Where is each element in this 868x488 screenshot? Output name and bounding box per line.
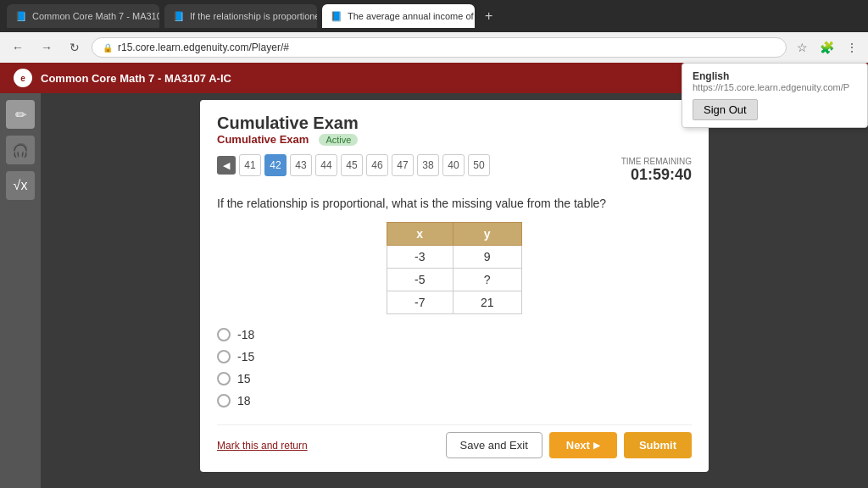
forward-button[interactable]: → <box>36 37 58 58</box>
formula-tool-button[interactable]: √x <box>6 171 35 200</box>
back-button[interactable]: ← <box>7 37 29 58</box>
left-toolbar: ✏ 🎧 √x <box>0 93 41 488</box>
table-header-x: x <box>387 223 453 246</box>
app-header: e Common Core Math 7 - MA3107 A-IC Engli… <box>0 63 868 93</box>
main-content: ✏ 🎧 √x Cumulative Exam Cumulative Exam A… <box>0 93 868 488</box>
language-dropdown: English https://r15.core.learn.edgenuity… <box>682 63 868 128</box>
radio-3[interactable] <box>217 372 231 385</box>
table-row-3: -7 21 <box>387 291 522 314</box>
q-num-44[interactable]: 44 <box>315 154 337 176</box>
answer-choices: -18 -15 15 18 <box>217 328 692 408</box>
tab3-favicon: 📘 <box>331 11 342 22</box>
submit-button[interactable]: Submit <box>624 432 692 458</box>
browser-icons: ☆ 🧩 ⋮ <box>793 39 861 56</box>
sign-out-button[interactable]: Sign Out <box>693 99 758 120</box>
headphone-tool-button[interactable]: 🎧 <box>6 136 35 164</box>
content-panel: Cumulative Exam Cumulative Exam Active ◀… <box>41 93 868 488</box>
app-header-right: English English https://r15.core.learn.e… <box>821 72 854 84</box>
cell-x2: -5 <box>387 269 453 291</box>
star-icon[interactable]: ☆ <box>793 39 811 56</box>
q-num-41[interactable]: 41 <box>239 154 261 176</box>
tab3-label: The average annual income of a <box>348 11 475 21</box>
cell-x1: -3 <box>387 246 453 269</box>
cell-y1: 9 <box>453 246 521 269</box>
save-exit-button[interactable]: Save and Exit <box>446 432 542 458</box>
exam-status-badge: Active <box>319 134 358 146</box>
q-num-46[interactable]: 46 <box>366 154 388 176</box>
time-remaining: TIME REMAINING 01:59:40 <box>621 157 692 184</box>
exam-title: Cumulative Exam <box>217 114 692 133</box>
radio-4[interactable] <box>217 394 231 408</box>
lang-dropdown-url: https://r15.core.learn.edgenuity.com/P <box>693 82 857 92</box>
cell-y3: 21 <box>453 291 521 314</box>
proportion-table: x y -3 9 -5 ? -7 <box>387 222 522 314</box>
choice-1-label: -18 <box>237 328 254 341</box>
table-header-y: y <box>453 223 521 246</box>
reload-button[interactable]: ↻ <box>64 37 85 58</box>
extension-icon[interactable]: 🧩 <box>816 39 837 56</box>
pencil-tool-button[interactable]: ✏ <box>6 100 35 129</box>
question-text: If the relationship is proportional, wha… <box>217 197 692 210</box>
q-num-42[interactable]: 42 <box>264 154 287 176</box>
bottom-buttons: Save and Exit Next Submit <box>446 432 692 458</box>
q-num-50[interactable]: 50 <box>468 154 490 176</box>
lang-dropdown-text: English <box>693 70 857 82</box>
tab-2[interactable]: 📘 If the relationship is proportione ✕ <box>164 4 317 28</box>
address-text: r15.core.learn.edgenuity.com/Player/# <box>118 42 289 53</box>
browser-address-bar: ← → ↻ 🔒 r15.core.learn.edgenuity.com/Pla… <box>0 32 868 63</box>
bottom-bar: Mark this and return Save and Exit Next … <box>217 424 692 458</box>
question-nav: ◀ 41 42 43 44 45 46 47 38 40 50 <box>217 154 490 176</box>
choice-1[interactable]: -18 <box>217 328 692 341</box>
tab-3[interactable]: 📘 The average annual income of a ✕ <box>322 4 475 28</box>
time-label: TIME REMAINING <box>621 157 692 166</box>
lock-icon: 🔒 <box>103 43 113 53</box>
table-row-1: -3 9 <box>387 246 522 269</box>
browser-tabs: 📘 Common Core Math 7 - MA3107 ✕ 📘 If the… <box>0 0 868 32</box>
q-num-45[interactable]: 45 <box>341 154 363 176</box>
app-header-left: e Common Core Math 7 - MA3107 A-IC <box>14 69 231 87</box>
nav-prev-button[interactable]: ◀ <box>217 156 236 175</box>
tab2-label: If the relationship is proportione <box>190 11 317 21</box>
nav-row: ◀ 41 42 43 44 45 46 47 38 40 50 TIME REM… <box>217 154 692 186</box>
tab1-favicon: 📘 <box>15 11 27 22</box>
radio-2[interactable] <box>217 350 231 363</box>
choice-4-label: 18 <box>237 394 251 408</box>
choice-2-label: -15 <box>237 350 254 363</box>
q-num-43[interactable]: 43 <box>290 154 312 176</box>
q-num-47[interactable]: 47 <box>392 154 414 176</box>
table-container: x y -3 9 -5 ? -7 <box>217 222 692 314</box>
new-tab-button[interactable]: + <box>480 8 498 24</box>
choice-3[interactable]: 15 <box>217 372 692 385</box>
address-bar-container[interactable]: 🔒 r15.core.learn.edgenuity.com/Player/# <box>92 37 787 58</box>
exam-header: Cumulative Exam Cumulative Exam Active <box>217 114 692 146</box>
time-value: 01:59:40 <box>621 166 692 184</box>
exam-subtitle: Cumulative Exam <box>217 133 309 146</box>
exam-subtitle-row: Cumulative Exam Active <box>217 133 692 146</box>
app-logo: e <box>14 69 32 87</box>
table-row-2: -5 ? <box>387 269 522 291</box>
choice-3-label: 15 <box>237 372 251 385</box>
choice-2[interactable]: -15 <box>217 350 692 363</box>
choice-4[interactable]: 18 <box>217 394 692 408</box>
cell-x3: -7 <box>387 291 453 314</box>
q-num-38[interactable]: 38 <box>417 154 439 176</box>
exam-container: Cumulative Exam Cumulative Exam Active ◀… <box>200 100 709 472</box>
cell-y2: ? <box>453 269 521 291</box>
mark-return-link[interactable]: Mark this and return <box>217 440 308 452</box>
app-title: Common Core Math 7 - MA3107 A-IC <box>41 72 231 85</box>
tab2-favicon: 📘 <box>173 11 185 22</box>
menu-icon[interactable]: ⋮ <box>843 39 861 56</box>
radio-1[interactable] <box>217 328 231 341</box>
next-button[interactable]: Next <box>549 432 617 458</box>
tab1-label: Common Core Math 7 - MA3107 <box>32 11 159 21</box>
q-num-40[interactable]: 40 <box>442 154 465 176</box>
tab-1[interactable]: 📘 Common Core Math 7 - MA3107 ✕ <box>7 4 159 28</box>
